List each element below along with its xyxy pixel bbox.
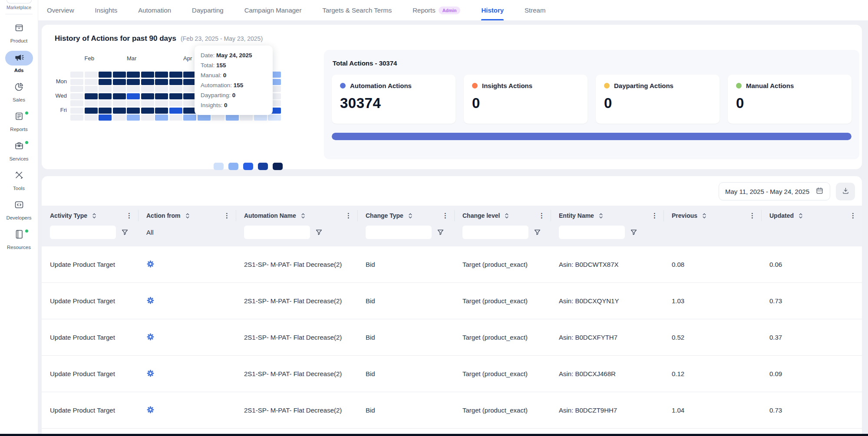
actions-heatmap[interactable]: FebMarAprMayMonWedFri (50, 52, 336, 164)
sidebar-item-resources[interactable]: Resources (0, 228, 38, 250)
column-header-updated[interactable]: Updated ⋮ (761, 206, 862, 225)
heatmap-cell[interactable] (240, 115, 253, 121)
heatmap-cell[interactable] (169, 79, 182, 85)
sort-icon[interactable] (300, 213, 306, 219)
column-menu-icon[interactable]: ⋮ (442, 212, 449, 220)
heatmap-cell[interactable] (70, 86, 83, 92)
heatmap-cell[interactable] (169, 100, 182, 106)
heatmap-cell[interactable] (85, 115, 98, 121)
column-menu-icon[interactable]: ⋮ (224, 212, 231, 220)
heatmap-cell[interactable] (99, 86, 112, 92)
heatmap-cell[interactable] (198, 115, 211, 121)
heatmap-cell[interactable] (141, 100, 154, 106)
heatmap-cell[interactable] (113, 79, 126, 85)
column-menu-icon[interactable]: ⋮ (538, 212, 545, 220)
sort-icon[interactable] (91, 213, 97, 219)
filter-funnel-icon[interactable] (630, 229, 637, 236)
sort-icon[interactable] (701, 213, 707, 219)
heatmap-cell[interactable] (155, 108, 168, 114)
column-header-activity-type[interactable]: Activity Type ⋮ (42, 206, 138, 225)
column-menu-icon[interactable]: ⋮ (651, 212, 658, 220)
table-row[interactable]: Update Product Target 2S1-SP- M-PAT- Fla… (42, 392, 862, 429)
table-row[interactable]: Update Product Target 2S1-SP- M-PAT- Fla… (42, 319, 862, 356)
heatmap-cell[interactable] (155, 72, 168, 78)
heatmap-cell[interactable] (99, 100, 112, 106)
column-header-entity-name[interactable]: Entity Name ⋮ (551, 206, 663, 225)
filter-input[interactable] (462, 226, 528, 239)
sidebar-item-reports[interactable]: Reports (0, 110, 38, 132)
filter-input[interactable] (366, 226, 432, 239)
heatmap-cell[interactable] (85, 108, 98, 114)
heatmap-cell[interactable] (99, 93, 112, 99)
sort-icon[interactable] (598, 213, 604, 219)
heatmap-cell[interactable] (155, 100, 168, 106)
heatmap-cell[interactable] (127, 72, 140, 78)
filter-funnel-icon[interactable] (121, 229, 129, 236)
sidebar-item-sales[interactable]: Sales (0, 80, 38, 102)
filter-input[interactable] (244, 226, 310, 239)
tab-reports[interactable]: ReportsAdmin (413, 0, 460, 20)
heatmap-cell[interactable] (113, 115, 126, 121)
heatmap-cell[interactable] (70, 79, 83, 85)
heatmap-cell[interactable] (70, 115, 83, 121)
column-menu-icon[interactable]: ⋮ (749, 212, 756, 220)
heatmap-cell[interactable] (127, 93, 140, 99)
column-header-change-type[interactable]: Change Type ⋮ (357, 206, 454, 225)
heatmap-cell[interactable] (113, 93, 126, 99)
heatmap-cell[interactable] (141, 79, 154, 85)
heatmap-cell[interactable] (113, 100, 126, 106)
heatmap-cell[interactable] (127, 79, 140, 85)
heatmap-cell[interactable] (141, 72, 154, 78)
heatmap-cell[interactable] (254, 115, 267, 121)
table-row[interactable]: Update Product Target 2S1-SP- M-PAT- Fla… (42, 246, 862, 283)
sidebar-item-product[interactable]: Product (0, 21, 38, 43)
filter-input[interactable] (50, 226, 116, 239)
heatmap-cell[interactable] (113, 86, 126, 92)
heatmap-cell[interactable] (70, 93, 83, 99)
heatmap-cell[interactable] (169, 72, 182, 78)
heatmap-cell[interactable] (70, 72, 83, 78)
date-range-picker[interactable]: May 11, 2025 - May 24, 2025 (719, 182, 830, 200)
sidebar-item-developers[interactable]: Developers (0, 198, 38, 220)
table-row[interactable]: Update Product Target 2S1-SP- M-PAT- Fla… (42, 283, 862, 319)
tab-targets-search-terms[interactable]: Targets & Search Terms (322, 0, 392, 20)
tab-automation[interactable]: Automation (138, 0, 171, 20)
heatmap-cell[interactable] (113, 108, 126, 114)
sort-icon[interactable] (504, 213, 510, 219)
tab-campaign-manager[interactable]: Campaign Manager (244, 0, 302, 20)
heatmap-cell[interactable] (99, 108, 112, 114)
heatmap-cell[interactable] (85, 72, 98, 78)
heatmap-cell[interactable] (169, 108, 182, 114)
sidebar-item-tools[interactable]: Tools (0, 169, 38, 191)
heatmap-cell[interactable] (70, 100, 83, 106)
filter-all-dropdown[interactable]: All (146, 229, 154, 236)
tab-insights[interactable]: Insights (95, 0, 118, 20)
heatmap-cell[interactable] (99, 115, 112, 121)
sidebar-item-services[interactable]: Services (0, 139, 38, 161)
heatmap-cell[interactable] (141, 108, 154, 114)
heatmap-cell[interactable] (127, 100, 140, 106)
filter-funnel-icon[interactable] (534, 229, 541, 236)
column-header-change-level[interactable]: Change level ⋮ (454, 206, 551, 225)
filter-funnel-icon[interactable] (315, 229, 323, 236)
heatmap-cell[interactable] (127, 86, 140, 92)
heatmap-cell[interactable] (127, 115, 140, 121)
heatmap-cell[interactable] (155, 115, 168, 121)
column-menu-icon[interactable]: ⋮ (126, 212, 133, 220)
sort-icon[interactable] (407, 213, 413, 219)
tab-history[interactable]: History (481, 0, 504, 20)
heatmap-cell[interactable] (169, 93, 182, 99)
heatmap-cell[interactable] (268, 115, 281, 121)
sidebar-item-ads[interactable]: Ads (0, 51, 38, 73)
filter-funnel-icon[interactable] (437, 229, 444, 236)
sort-icon[interactable] (185, 213, 191, 219)
heatmap-cell[interactable] (155, 79, 168, 85)
heatmap-cell[interactable] (99, 79, 112, 85)
heatmap-cell[interactable] (85, 86, 98, 92)
filter-input[interactable] (559, 226, 625, 239)
column-header-action-from[interactable]: Action from ⋮ (138, 206, 236, 225)
column-menu-icon[interactable]: ⋮ (850, 212, 857, 220)
heatmap-cell[interactable] (127, 108, 140, 114)
table-row[interactable]: Update Product Target 2S1-SP- M-PAT- Fla… (42, 356, 862, 392)
heatmap-cell[interactable] (85, 100, 98, 106)
